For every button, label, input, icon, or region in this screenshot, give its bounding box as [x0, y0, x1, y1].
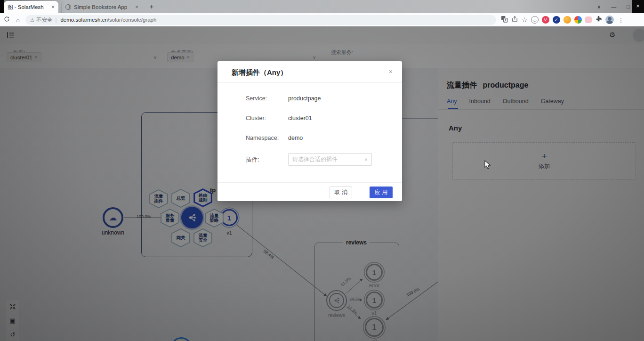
field-service: Service: productpage — [217, 95, 402, 105]
tab-solarmesh[interactable]: 图 - SolarMesh × — [4, 1, 58, 13]
extension-colorwheel-icon[interactable] — [574, 16, 582, 24]
extension-pink-icon[interactable] — [585, 16, 592, 23]
extension-red-icon[interactable]: V — [542, 16, 549, 24]
modal-title: 新增插件（Any） — [232, 68, 287, 77]
extensions-puzzle-icon[interactable] — [595, 16, 602, 24]
screen: 图 - SolarMesh × Simple Bookstore App × +… — [0, 0, 644, 341]
profile-avatar[interactable] — [605, 16, 614, 24]
namespace-label: Namespace: — [246, 135, 279, 141]
close-icon[interactable]: × — [389, 68, 393, 75]
service-value: productpage — [288, 95, 321, 102]
extension-smiley-icon[interactable]: ◡ — [531, 16, 539, 24]
plugin-label: 插件: — [246, 156, 259, 164]
tab-bookstore-title: Simple Bookstore App — [74, 4, 133, 10]
extension-blue-check-icon[interactable]: ✓ — [553, 16, 560, 24]
modal-footer: 取 消 应 用 — [217, 182, 402, 201]
plugin-select-placeholder: 请选择合适的插件 — [292, 155, 338, 163]
not-secure-label[interactable]: 不安全 — [36, 16, 53, 24]
field-cluster: Cluster: cluster01 — [217, 115, 402, 124]
service-label: Service: — [246, 95, 267, 102]
url-divider: | — [55, 17, 56, 23]
warning-icon: ⚠ — [30, 17, 34, 23]
chevron-down-icon: ∨ — [364, 157, 368, 162]
bookmark-star-icon[interactable]: ☆ — [522, 16, 528, 24]
reload-icon[interactable] — [1, 16, 12, 24]
field-namespace: Namespace: demo — [217, 135, 402, 144]
browser-menu-icon[interactable]: ⋮ — [617, 16, 627, 24]
home-icon[interactable]: ⌂ — [12, 16, 24, 24]
window-controls: ∨ — □ — [597, 0, 630, 13]
url-path: /solar/console/graph — [108, 17, 157, 23]
minimize-button[interactable]: — — [611, 4, 616, 9]
mouse-cursor — [484, 160, 492, 170]
share-icon[interactable] — [511, 16, 518, 24]
tab-search-icon[interactable]: ∨ — [597, 4, 601, 10]
url-field[interactable]: ⚠ 不安全 | demo.solarmesh.cn /solar/console… — [25, 15, 496, 25]
url-host: demo.solarmesh.cn — [60, 17, 107, 23]
address-bar: ⌂ ⚠ 不安全 | demo.solarmesh.cn /solar/conso… — [0, 13, 644, 26]
globe-icon — [65, 4, 71, 10]
cluster-label: Cluster: — [246, 115, 266, 122]
close-window-button[interactable]: × — [632, 0, 644, 13]
apply-button[interactable]: 应 用 — [370, 187, 393, 198]
translate-icon[interactable] — [501, 16, 508, 24]
browser-actions: ☆ ◡ V ✓ ⋮ — [501, 16, 627, 24]
tab-bookstore[interactable]: Simple Bookstore App × — [61, 1, 142, 13]
maximize-button[interactable]: □ — [627, 4, 630, 9]
extension-orange-icon[interactable] — [564, 16, 571, 24]
namespace-value: demo — [288, 135, 303, 141]
cluster-value: cluster01 — [288, 115, 312, 122]
tab-solarmesh-title: 图 - SolarMesh — [8, 4, 49, 11]
add-plugin-modal: 新增插件（Any） × Service: productpage Cluster… — [217, 61, 402, 201]
plugin-select[interactable]: 请选择合适的插件 ∨ — [288, 153, 372, 166]
browser-tab-strip: 图 - SolarMesh × Simple Bookstore App × +… — [0, 0, 644, 13]
modal-header: 新增插件（Any） × — [217, 61, 402, 83]
new-tab-button[interactable]: + — [147, 2, 156, 11]
tab-close-icon[interactable]: × — [135, 4, 138, 10]
cancel-button[interactable]: 取 消 — [330, 187, 352, 198]
field-plugin: 插件: 请选择合适的插件 ∨ — [217, 156, 402, 165]
tab-close-icon[interactable]: × — [51, 4, 55, 10]
